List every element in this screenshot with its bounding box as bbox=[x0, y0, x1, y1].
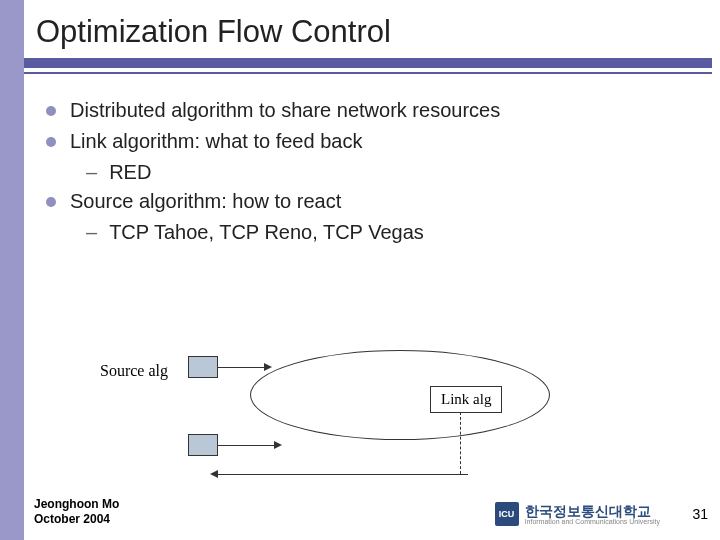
bullet-item: Source algorithm: how to react bbox=[46, 187, 686, 216]
bullet-icon bbox=[46, 106, 56, 116]
dash-icon: – bbox=[86, 158, 97, 187]
bullet-text: Distributed algorithm to share network r… bbox=[70, 96, 500, 125]
logo-mark-icon: ICU bbox=[495, 502, 519, 526]
footer-logo: ICU 한국정보통신대학교 Information and Communicat… bbox=[495, 502, 660, 526]
logo-text: 한국정보통신대학교 bbox=[525, 504, 660, 518]
dash-icon: – bbox=[86, 218, 97, 247]
content-area: Distributed algorithm to share network r… bbox=[46, 96, 686, 247]
bullet-item: Distributed algorithm to share network r… bbox=[46, 96, 686, 125]
page-number: 31 bbox=[692, 506, 708, 522]
title-underline-thick bbox=[24, 58, 712, 68]
bullet-icon bbox=[46, 137, 56, 147]
arrow-line bbox=[218, 445, 276, 446]
arrow-head-right-icon bbox=[274, 441, 282, 449]
source-box-bottom bbox=[188, 434, 218, 456]
left-accent-stripe bbox=[0, 0, 24, 540]
bullet-icon bbox=[46, 197, 56, 207]
source-alg-label: Source alg bbox=[100, 362, 168, 380]
flow-diagram: Source alg Link alg bbox=[100, 340, 620, 500]
bullet-text: Link algorithm: what to feed back bbox=[70, 127, 362, 156]
logo-subtext: Information and Communications Universit… bbox=[525, 518, 660, 525]
sub-bullet-text: RED bbox=[109, 158, 151, 187]
bullet-text: Source algorithm: how to react bbox=[70, 187, 341, 216]
title-underline-thin bbox=[24, 72, 712, 74]
sub-bullet-item: – RED bbox=[86, 158, 686, 187]
link-alg-label: Link alg bbox=[430, 386, 502, 413]
sub-bullet-item: – TCP Tahoe, TCP Reno, TCP Vegas bbox=[86, 218, 686, 247]
footer-author: Jeonghoon Mo bbox=[34, 497, 119, 513]
dashed-connector bbox=[460, 412, 461, 474]
footer-date: October 2004 bbox=[34, 512, 119, 528]
source-box-top bbox=[188, 356, 218, 378]
arrow-head-right-icon bbox=[264, 363, 272, 371]
network-cloud bbox=[250, 350, 550, 440]
bullet-item: Link algorithm: what to feed back bbox=[46, 127, 686, 156]
footer-author-block: Jeonghoon Mo October 2004 bbox=[34, 497, 119, 528]
arrow-head-left-icon bbox=[210, 470, 218, 478]
sub-bullet-text: TCP Tahoe, TCP Reno, TCP Vegas bbox=[109, 218, 424, 247]
feedback-arrow-line bbox=[218, 474, 468, 475]
arrow-line bbox=[218, 367, 266, 368]
slide-title: Optimization Flow Control bbox=[36, 14, 391, 50]
